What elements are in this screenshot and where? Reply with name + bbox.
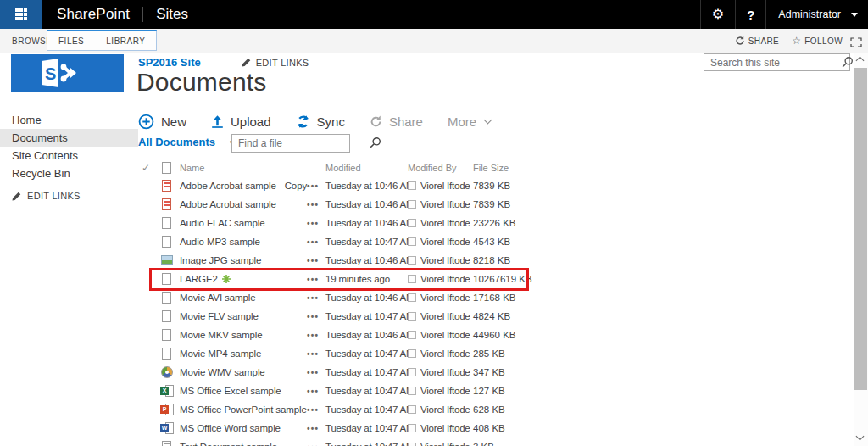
file-name-link[interactable]: Movie MKV sample [180, 330, 262, 340]
row-menu-button[interactable]: ••• [307, 312, 326, 321]
row-menu-button[interactable]: ••• [307, 237, 326, 247]
table-row[interactable]: LARGE2 ••• 19 minutes ago Viorel Iftode … [138, 270, 647, 288]
column-header-modified-by[interactable]: Modified By [408, 163, 468, 173]
settings-button[interactable]: ⚙ [700, 0, 735, 29]
modified-by-link[interactable]: Viorel Iftode [420, 442, 470, 446]
modified-by-link[interactable]: Viorel Iftode [420, 423, 470, 433]
sidebar-item-documents[interactable]: Documents [0, 129, 138, 147]
column-header-file-size[interactable]: File Size [468, 163, 647, 173]
row-menu-button[interactable]: ••• [307, 443, 326, 446]
modified-by-link[interactable]: Viorel Iftode [420, 218, 470, 228]
tab-library[interactable]: LIBRARY [95, 36, 156, 46]
modified-by-link[interactable]: Viorel Iftode [420, 237, 470, 247]
find-file-search-button[interactable] [370, 135, 387, 152]
modified-by-link[interactable]: Viorel Iftode [420, 199, 470, 209]
sidebar-edit-links-button[interactable]: EDIT LINKS [12, 191, 81, 201]
modified-by-link[interactable]: Viorel Iftode [420, 181, 470, 191]
table-row[interactable]: MS Office Word sample ••• Tuesday at 10:… [138, 419, 647, 438]
file-name-link[interactable]: Adobe Acrobat sample - Copy [180, 181, 307, 191]
row-menu-button[interactable]: ••• [307, 349, 326, 359]
upload-button[interactable]: Upload [211, 114, 271, 129]
view-selector[interactable]: All Documents [138, 136, 215, 148]
file-file-icon [160, 291, 174, 304]
modified-by-link[interactable]: Viorel Iftode [420, 404, 470, 415]
file-name-link[interactable]: Audio FLAC sample [180, 218, 265, 228]
file-name-link[interactable]: Movie FLV sample [180, 311, 259, 321]
file-name-link[interactable]: Movie WMV sample [180, 367, 265, 377]
share-document-button[interactable]: Share [370, 114, 423, 129]
sharepoint-logo[interactable]: S [11, 54, 124, 92]
scrollbar-thumb[interactable] [854, 68, 867, 390]
table-row[interactable]: MS Office Excel sample ••• Tuesday at 10… [138, 382, 647, 400]
file-name-link[interactable]: MS Office Word sample [180, 423, 281, 433]
file-name-link[interactable]: Adobe Acrobat sample [180, 199, 276, 209]
table-row[interactable]: Movie FLV sample ••• Tuesday at 10:47 AM… [138, 307, 647, 326]
sidebar-item-home[interactable]: Home [0, 111, 138, 129]
sites-link[interactable]: Sites [156, 0, 188, 29]
row-menu-button[interactable]: ••• [307, 293, 326, 303]
site-search-input[interactable] [704, 57, 842, 69]
row-menu-button[interactable]: ••• [307, 387, 326, 396]
file-name-link[interactable]: Image JPG sample [180, 255, 261, 265]
presence-indicator-icon [408, 275, 416, 283]
table-row[interactable]: Movie MP4 sample ••• Tuesday at 10:47 AM… [138, 344, 647, 363]
table-row[interactable]: Adobe Acrobat sample - Copy ••• Tuesday … [138, 176, 647, 195]
modified-by-link[interactable]: Viorel Iftode [420, 386, 470, 396]
edit-links-button[interactable]: EDIT LINKS [242, 58, 309, 68]
modified-by-link[interactable]: Viorel Iftode [420, 367, 470, 377]
help-button[interactable]: ? [735, 0, 765, 29]
table-row[interactable]: MS Office PowerPoint sample ••• Tuesday … [138, 400, 647, 419]
modified-by-link[interactable]: Viorel Iftode [420, 311, 470, 321]
waffle-icon [15, 8, 27, 20]
sidebar-item-recycle-bin[interactable]: Recycle Bin [0, 164, 138, 182]
table-row[interactable]: Movie MKV sample ••• Tuesday at 10:46 AM… [138, 326, 647, 344]
sync-button[interactable]: Sync [296, 114, 345, 129]
user-menu-button[interactable]: Administrator [765, 0, 868, 29]
modified-by-link[interactable]: Viorel Iftode [420, 274, 470, 284]
table-row[interactable]: Audio MP3 sample ••• Tuesday at 10:47 AM… [138, 232, 647, 251]
file-name-link[interactable]: MS Office PowerPoint sample [180, 404, 307, 415]
row-menu-button[interactable]: ••• [307, 200, 326, 209]
scroll-up-button[interactable] [856, 57, 865, 65]
table-row[interactable]: Movie WMV sample ••• Tuesday at 10:47 AM… [138, 363, 647, 382]
more-button[interactable]: More [448, 114, 491, 129]
column-header-modified[interactable]: Modified [326, 163, 408, 173]
sidebar-item-site-contents[interactable]: Site Contents [0, 147, 138, 164]
table-row[interactable]: Image JPG sample ••• Tuesday at 10:46 AM… [138, 251, 647, 270]
app-launcher-button[interactable] [0, 0, 42, 29]
select-all-checkmark[interactable]: ✓ [138, 162, 160, 174]
row-menu-button[interactable]: ••• [307, 219, 326, 228]
find-file-input[interactable] [232, 137, 370, 149]
file-name-link[interactable]: Text Document sample [180, 442, 277, 446]
table-row[interactable]: Text Document sample ••• Tuesday at 10:4… [138, 438, 647, 446]
new-button[interactable]: New [138, 114, 186, 130]
modified-by-link[interactable]: Viorel Iftode [420, 255, 470, 265]
file-name-link[interactable]: Movie MP4 sample [180, 348, 261, 359]
share-button[interactable]: SHARE [735, 36, 779, 46]
row-menu-button[interactable]: ••• [307, 331, 326, 340]
scroll-down-button[interactable] [856, 432, 865, 441]
row-menu-button[interactable]: ••• [307, 256, 326, 265]
file-size-cell: 23226 KB [468, 218, 647, 228]
row-menu-button[interactable]: ••• [307, 368, 326, 377]
modified-by-link[interactable]: Viorel Iftode [420, 293, 470, 303]
modified-by-link[interactable]: Viorel Iftode [420, 330, 470, 340]
file-name-link[interactable]: MS Office Excel sample [180, 386, 281, 396]
row-menu-button[interactable]: ••• [307, 424, 326, 433]
file-name-link[interactable]: Audio MP3 sample [180, 237, 260, 247]
table-row[interactable]: Audio FLAC sample ••• Tuesday at 10:46 A… [138, 214, 647, 232]
follow-button[interactable]: ☆ FOLLOW [792, 36, 843, 46]
row-menu-button[interactable]: ••• [307, 275, 326, 284]
row-menu-button[interactable]: ••• [307, 181, 326, 191]
row-menu-button[interactable]: ••• [307, 405, 326, 415]
file-name-link[interactable]: Movie AVI sample [180, 293, 256, 303]
tab-files[interactable]: FILES [47, 36, 95, 46]
breadcrumb-site-link[interactable]: SP2016 Site [138, 56, 201, 69]
file-size-cell: 8218 KB [468, 255, 647, 265]
modified-by-link[interactable]: Viorel Iftode [420, 348, 470, 359]
table-row[interactable]: Adobe Acrobat sample ••• Tuesday at 10:4… [138, 195, 647, 214]
column-header-name[interactable]: Name [180, 163, 307, 173]
file-name-link[interactable]: LARGE2 [180, 274, 218, 284]
table-row[interactable]: Movie AVI sample ••• Tuesday at 10:46 AM… [138, 288, 647, 307]
focus-on-content-button[interactable] [850, 36, 862, 51]
